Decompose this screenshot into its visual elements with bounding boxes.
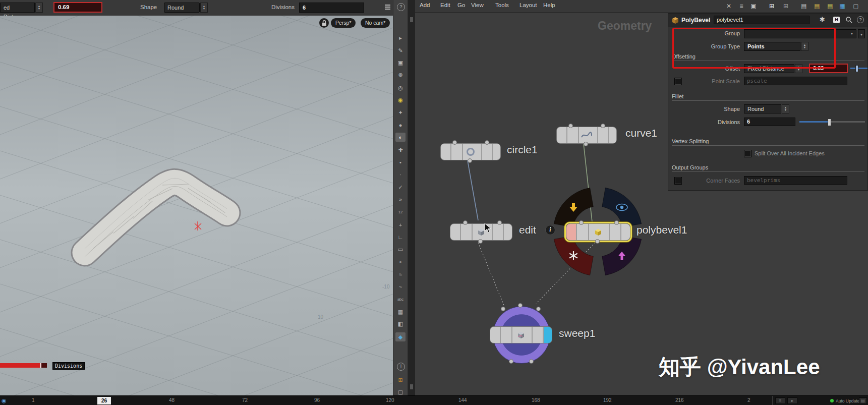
spinner-icon[interactable]: ▲ ▼ xyxy=(200,3,208,13)
node-sweep1[interactable] xyxy=(490,326,552,343)
lock-icon[interactable]: ▣ xyxy=(395,58,406,67)
offset-mode-dropdown[interactable]: ed Distance xyxy=(0,3,35,13)
node-connector-dot[interactable] xyxy=(579,220,584,225)
node-connector-dot[interactable] xyxy=(601,124,605,128)
node-connector-dot[interactable] xyxy=(485,140,489,145)
angle-icon[interactable]: ∟ xyxy=(395,233,406,242)
offset-mode-dropdown[interactable]: Fixed Distance xyxy=(744,64,794,73)
lock-icon[interactable] xyxy=(319,18,329,28)
offset-value-field[interactable]: 0.69 xyxy=(53,2,102,13)
info-icon[interactable]: i xyxy=(397,363,405,371)
point-numbers-icon[interactable]: 12 xyxy=(395,208,406,217)
group-type-dropdown[interactable]: Points xyxy=(744,42,800,51)
curve-icon xyxy=(581,131,593,139)
playhead[interactable]: 26 xyxy=(97,397,111,404)
node-connector-dot[interactable] xyxy=(478,239,483,244)
ruler-icon[interactable]: ▭ xyxy=(395,245,406,254)
spinner-icon[interactable]: ▲ ▼ xyxy=(795,64,802,73)
node-connector-dot[interactable] xyxy=(536,307,541,311)
shape-dropdown[interactable]: Round xyxy=(164,3,200,13)
ladder-icon[interactable] xyxy=(385,4,390,11)
node-polybevel1[interactable] xyxy=(566,223,630,241)
dashed-box-icon[interactable]: ▫ xyxy=(395,257,406,266)
node-name-field[interactable]: polybevel1 xyxy=(714,16,809,24)
point-scale-field[interactable]: pscale xyxy=(744,77,847,85)
offset-slider[interactable] xyxy=(850,68,867,69)
spray-icon[interactable]: ≈ xyxy=(395,270,406,279)
spinner-icon[interactable]: ▲ ▼ xyxy=(35,3,43,13)
divisions-field[interactable]: 6 xyxy=(299,3,364,13)
divisions-ladder-slider[interactable] xyxy=(0,363,47,368)
watermark: 知乎 @YivanLee xyxy=(659,353,820,381)
geometry-icon[interactable]: ● xyxy=(395,121,406,130)
brush-icon[interactable]: ✚ xyxy=(395,145,406,154)
search-icon[interactable] xyxy=(845,16,853,24)
info-badge-icon[interactable]: i xyxy=(545,225,555,235)
droplet-icon[interactable]: ◆ xyxy=(395,332,406,341)
corner-button[interactable]: ▤ xyxy=(859,397,867,404)
scene-viewport[interactable]: 10 -10 Persp ▾ No cam ▾ Divisions xyxy=(0,16,393,395)
node-connector-dot[interactable] xyxy=(452,140,457,145)
spinner-icon[interactable]: ▲ ▼ xyxy=(782,104,789,113)
group-arrow-button[interactable]: ▾ xyxy=(858,29,865,38)
node-connector-dot[interactable] xyxy=(568,124,573,128)
node-connector-dot[interactable] xyxy=(501,307,505,311)
delete-icon[interactable]: ⊗ xyxy=(395,70,406,79)
check-icon[interactable]: ✓ xyxy=(395,183,406,192)
node-edit[interactable] xyxy=(450,223,512,241)
sphere-icon[interactable]: ◎ xyxy=(395,83,406,92)
offset-value-field[interactable]: 0.69 xyxy=(809,64,848,73)
node-connector-dot[interactable] xyxy=(584,142,588,146)
timeline[interactable]: ◉ 14872961201441681922162 26 ≡ ▸ Auto Up… xyxy=(0,395,868,405)
pose-icon[interactable]: ✦ xyxy=(395,108,406,117)
node-circle1[interactable] xyxy=(440,143,501,160)
divisions-slider[interactable] xyxy=(799,121,865,123)
node-connector-dot[interactable] xyxy=(518,303,523,308)
layout-grid-icon[interactable]: ⊞ xyxy=(395,375,406,384)
gear-icon[interactable]: ✱ xyxy=(820,16,825,23)
playbar-button[interactable]: ▸ xyxy=(787,397,797,404)
curve-tool-icon[interactable]: ~ xyxy=(395,282,406,292)
help-icon[interactable]: ? xyxy=(857,16,864,23)
lightbulb-icon[interactable]: ◉ xyxy=(395,95,406,104)
spinner-icon[interactable]: ▲ ▼ xyxy=(801,42,808,51)
split-edges-checkbox[interactable] xyxy=(744,150,751,157)
view-mode-icon[interactable]: ◐ xyxy=(395,133,406,142)
help-icon[interactable]: ? xyxy=(397,3,405,11)
spin-down-icon: ▼ xyxy=(797,69,800,71)
node-curve1[interactable] xyxy=(556,127,617,144)
pane-splitter[interactable] xyxy=(408,0,415,395)
image-icon[interactable]: ▦ xyxy=(395,307,406,316)
abc-icon[interactable]: abc xyxy=(395,295,406,304)
node-connector-dot[interactable] xyxy=(595,239,600,244)
auto-update-label[interactable]: Auto Update xyxy=(836,398,859,403)
node-connector-dot[interactable] xyxy=(497,220,502,225)
fillet-divisions-label: Divisions xyxy=(668,119,740,125)
corner-faces-field[interactable]: bevelprims xyxy=(744,176,847,185)
parameter-pane: PolyBevel polybevel1 ✱ H ? Group ▾ ▾ Gro… xyxy=(668,13,868,191)
camera-dropdown[interactable]: No cam ▾ xyxy=(361,18,390,28)
view-persp-dropdown[interactable]: Persp ▾ xyxy=(331,18,356,28)
fillet-shape-dropdown[interactable]: Round xyxy=(744,104,781,113)
houdini-window: ed Distance ▲ ▼ 0.69 Shape Round ▲ ▼ Div… xyxy=(0,0,868,405)
arrow-icon[interactable]: ▸ xyxy=(395,33,406,42)
ladder-parameter-tip: Divisions xyxy=(52,362,85,370)
playbar-button[interactable]: ≡ xyxy=(775,397,785,404)
timeline-options-icon[interactable]: ◉ xyxy=(2,397,7,404)
timeline-frame-label: 1 xyxy=(32,397,35,403)
pin-icon[interactable]: » xyxy=(395,195,406,204)
material-icon[interactable]: ◧ xyxy=(395,319,406,328)
node-connector-dot[interactable] xyxy=(463,220,468,225)
node-type-label: PolyBevel xyxy=(681,17,710,24)
axis-icon[interactable]: + xyxy=(395,220,406,229)
point-icon[interactable]: • xyxy=(395,158,406,167)
group-field[interactable]: ▾ xyxy=(744,29,856,38)
snap-point-icon[interactable]: · xyxy=(395,170,406,179)
node-connector-dot[interactable] xyxy=(468,158,472,163)
node-connector-dot[interactable] xyxy=(509,359,513,364)
pencil-icon[interactable]: ✎ xyxy=(395,46,406,55)
node-connector-dot[interactable] xyxy=(529,359,534,364)
fillet-divisions-field[interactable]: 6 xyxy=(744,118,795,126)
node-connector-dot[interactable] xyxy=(614,220,619,225)
save-icon[interactable]: H xyxy=(833,17,840,23)
